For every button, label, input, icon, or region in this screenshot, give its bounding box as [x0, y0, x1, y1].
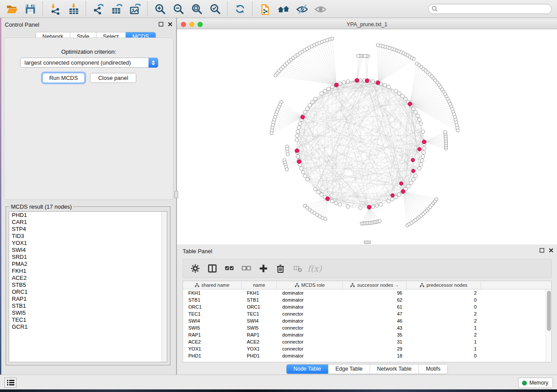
- mcds-result-item[interactable]: CAR1: [9, 219, 167, 226]
- mcds-result-item[interactable]: TEC1: [9, 316, 167, 323]
- status-menu-button[interactable]: [4, 378, 17, 388]
- export-image-icon[interactable]: [128, 1, 142, 16]
- mcds-result-item[interactable]: STP4: [9, 226, 167, 233]
- cell-predecessor-nodes: 0: [407, 296, 481, 303]
- cell-successor-nodes: 61: [343, 303, 407, 310]
- mcds-panel: Optimization criterion: largest connecte…: [4, 38, 173, 200]
- cell-predecessor-nodes: 0: [407, 352, 481, 359]
- mcds-list-scrollbar[interactable]: [161, 212, 167, 362]
- mcds-result-item[interactable]: ORC1: [9, 289, 167, 296]
- optimization-criterion-label: Optimization criterion:: [4, 48, 173, 55]
- tab-edge-table[interactable]: Edge Table: [329, 364, 370, 374]
- panel-splitter-grip[interactable]: [174, 191, 178, 198]
- cell-name: RAP1: [242, 331, 277, 338]
- zoom-out-icon[interactable]: [171, 1, 186, 16]
- function-disabled-icon: f(x): [308, 262, 321, 275]
- table-row[interactable]: ACE2ACE2connector311: [183, 338, 551, 345]
- float-icon[interactable]: [159, 22, 163, 27]
- table-scrollbar-thumb[interactable]: [547, 291, 551, 331]
- column-header-name[interactable]: name: [242, 281, 277, 289]
- cell-shared-name: YOX1: [183, 345, 242, 352]
- table-header-row: shared namenameMCDS rolesuccessor nodes⌄…: [183, 281, 551, 289]
- run-mcds-button[interactable]: Run MCDS: [42, 73, 85, 83]
- close-icon[interactable]: [549, 248, 554, 253]
- zoom-selected-icon[interactable]: [208, 1, 222, 16]
- refresh-icon[interactable]: [232, 1, 247, 16]
- cell-MCDS-role: connector: [277, 324, 343, 331]
- cell-successor-nodes: 35: [343, 331, 407, 338]
- delete-icon[interactable]: [274, 262, 287, 275]
- mcds-result-item[interactable]: STB1: [9, 303, 167, 309]
- search-input[interactable]: [428, 4, 552, 14]
- status-bar: Memory: [0, 375, 557, 389]
- deselect-all-icon[interactable]: [240, 262, 253, 275]
- open-icon[interactable]: [4, 1, 19, 16]
- table-row[interactable]: PHD1PHD1dominator180: [183, 352, 551, 359]
- mcds-result-item[interactable]: SWI4: [9, 247, 167, 254]
- cell-predecessor-nodes: 2: [407, 317, 481, 324]
- cell-MCDS-role: dominator: [277, 331, 343, 338]
- mcds-result-item[interactable]: GCR1: [9, 323, 167, 330]
- select-all-icon[interactable]: [223, 262, 236, 275]
- mcds-result-item[interactable]: SWI5: [9, 309, 167, 316]
- column-header-successor-nodes[interactable]: successor nodes⌄: [343, 281, 407, 289]
- add-icon[interactable]: [257, 262, 270, 275]
- network-graph[interactable]: [177, 29, 557, 244]
- export-table-icon[interactable]: [109, 1, 124, 16]
- sort-desc-icon: ⌄: [395, 283, 399, 287]
- memory-button[interactable]: Memory: [518, 378, 553, 388]
- mcds-result-title: MCDS result (17 nodes): [10, 203, 73, 210]
- cell-successor-nodes: 18: [343, 352, 407, 359]
- column-header-MCDS-role[interactable]: MCDS role: [277, 281, 343, 289]
- column-header-predecessor-nodes[interactable]: predecessor nodes: [407, 281, 481, 289]
- table-row[interactable]: STB1STB1dominator620: [183, 296, 551, 303]
- zoom-fit-icon[interactable]: [189, 1, 204, 16]
- cell-MCDS-role: dominator: [277, 317, 343, 324]
- export-network-icon[interactable]: [91, 1, 106, 16]
- mcds-result-item[interactable]: PMA2: [9, 261, 167, 268]
- mcds-result-item[interactable]: YOX1: [9, 240, 167, 247]
- network-from-selection-icon[interactable]: [257, 1, 272, 16]
- network-canvas[interactable]: [177, 29, 557, 244]
- close-icon[interactable]: [168, 22, 173, 27]
- zoom-in-icon[interactable]: [152, 1, 167, 16]
- cell-MCDS-role: dominator: [277, 303, 343, 310]
- table-scrollbar[interactable]: [546, 289, 551, 362]
- first-neighbors-icon[interactable]: [276, 1, 291, 16]
- table-row[interactable]: ORC1ORC1dominator610: [183, 303, 551, 310]
- mcds-result-item[interactable]: SRD1: [9, 254, 167, 261]
- tab-node-table[interactable]: Node Table: [287, 364, 329, 374]
- import-network-icon[interactable]: [48, 1, 62, 16]
- mcds-result-item[interactable]: ACE2: [9, 275, 167, 282]
- mcds-result-item[interactable]: PHD1: [9, 212, 167, 219]
- workspace: YPA_prune.txt_1 Table Panel f(x) shared …: [177, 18, 557, 375]
- tab-motifs[interactable]: Motifs: [419, 364, 447, 374]
- mcds-result-item[interactable]: STB5: [9, 282, 167, 289]
- memory-label: Memory: [529, 380, 548, 386]
- table-splitter-grip[interactable]: [364, 241, 371, 244]
- import-table-icon[interactable]: [66, 1, 81, 16]
- table-row[interactable]: RAP1RAP1dominator352: [183, 331, 551, 338]
- float-icon[interactable]: [540, 248, 544, 253]
- gear-icon[interactable]: [189, 262, 202, 275]
- mcds-result-item[interactable]: FKH1: [9, 268, 167, 275]
- table-row[interactable]: SWI5SWI5connector431: [183, 324, 551, 331]
- column-header-shared-name[interactable]: shared name: [183, 281, 242, 289]
- criterion-dropdown[interactable]: largest connected component (undirected): [20, 58, 158, 68]
- toolbar-separator: [147, 1, 148, 16]
- mcds-result-item[interactable]: RAP1: [9, 296, 167, 303]
- table-row[interactable]: SWI4SWI4dominator462: [183, 317, 551, 324]
- close-panel-button[interactable]: Close panel: [90, 73, 136, 83]
- table-row[interactable]: YOX1YOX1connector291: [183, 345, 551, 352]
- show-all-icon[interactable]: [312, 1, 327, 16]
- mcds-result-item[interactable]: TID3: [9, 233, 167, 240]
- table-row[interactable]: TEC1TEC1connector472: [183, 310, 551, 317]
- memory-status-dot: [522, 381, 527, 385]
- cell-predecessor-nodes: 2: [407, 289, 481, 296]
- columns-icon[interactable]: [206, 262, 219, 275]
- cell-MCDS-role: connector: [277, 345, 343, 352]
- table-row[interactable]: FKH1FKH1dominator962: [183, 289, 551, 296]
- save-icon[interactable]: [23, 1, 38, 16]
- tab-network-table[interactable]: Network Table: [370, 364, 419, 374]
- hide-selected-icon[interactable]: [294, 1, 309, 16]
